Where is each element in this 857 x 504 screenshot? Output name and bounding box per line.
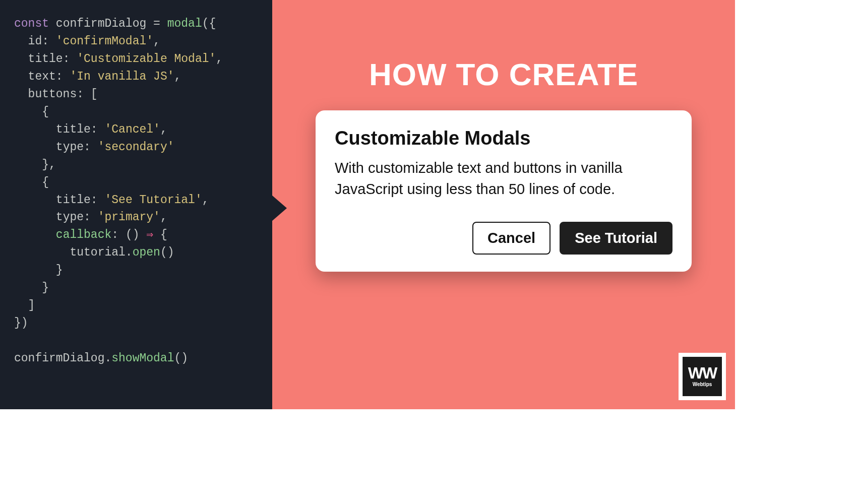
code-panel: const confirmDialog = modal({ id: 'confi… (0, 0, 272, 409)
var-name: confirmDialog (56, 17, 146, 30)
fn-modal: modal (167, 17, 202, 30)
logo-text: Webtips (693, 382, 712, 387)
logo-mark: WW (688, 366, 716, 381)
keyword-const: const (14, 17, 49, 30)
modal-button-row: Cancel See Tutorial (335, 222, 672, 255)
preview-panel: HOW TO CREATE Customizable Modals With c… (272, 0, 735, 409)
modal-title: Customizable Modals (335, 128, 672, 149)
page-heading: HOW TO CREATE (369, 56, 638, 92)
pointer-arrow-icon (272, 195, 287, 221)
webtips-logo: WW Webtips (679, 353, 726, 400)
modal-dialog: Customizable Modals With customizable te… (316, 110, 692, 272)
cancel-button[interactable]: Cancel (472, 222, 550, 255)
code-block: const confirmDialog = modal({ id: 'confi… (14, 15, 258, 367)
see-tutorial-button[interactable]: See Tutorial (560, 222, 672, 255)
modal-text: With customizable text and buttons in va… (335, 157, 672, 200)
